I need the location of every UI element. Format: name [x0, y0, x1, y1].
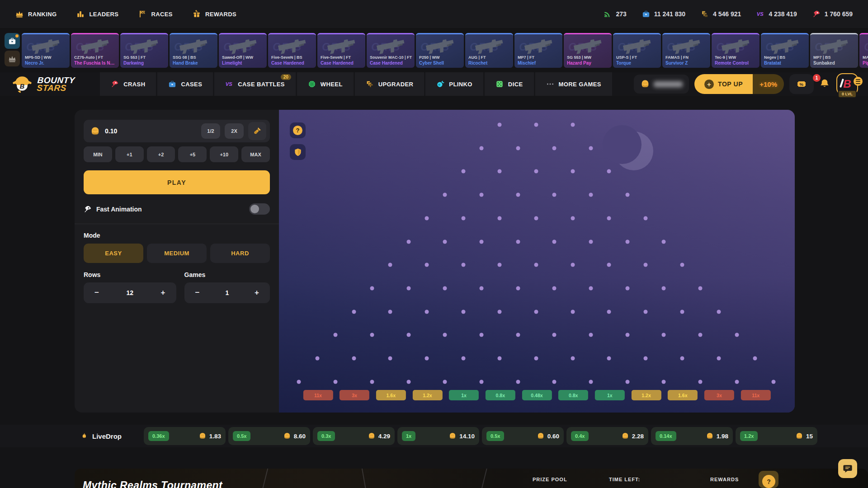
plinko-game: 0.10 1/2 2X MIN +1 +2 +5 +10	[75, 110, 795, 413]
weapon-skin: Case Hardened	[370, 61, 413, 66]
weapon-name: Tec-9 | WW	[715, 55, 758, 60]
half-bet-button[interactable]: 1/2	[201, 123, 220, 139]
topup-button[interactable]: + TOP UP +10%	[694, 74, 784, 94]
promo-ticket-button[interactable]: %	[789, 74, 814, 94]
notifications-button[interactable]: 1	[819, 78, 831, 90]
feed-filter-cases[interactable]	[5, 33, 20, 49]
drop-card[interactable]: CRIS AUG | FT Ricochet	[465, 33, 513, 68]
games-decrement[interactable]: −	[192, 288, 203, 297]
livedrop-item[interactable]: 1.2x 15	[736, 427, 817, 445]
mode-option[interactable]: EASY	[84, 244, 143, 263]
nav-item[interactable]: CASES	[157, 72, 213, 96]
drop-card[interactable]: CRIS Five-SeveN | FT Case Hardened	[317, 33, 365, 68]
rows-decrement[interactable]: −	[91, 288, 103, 297]
drop-card[interactable]: CRIS Sawed-Off | WW Limelight	[219, 33, 267, 68]
drop-card[interactable]: CRIS FAMAS | FN Survivor Z	[662, 33, 710, 68]
bet-panel: 0.10 1/2 2X MIN +1 +2 +5 +10	[75, 110, 279, 413]
stat-value: 273	[616, 10, 626, 18]
peg	[644, 216, 648, 220]
drop-card[interactable]: CRIS P250 | WW Cyber Shell	[416, 33, 464, 68]
feed-filter-best[interactable]	[5, 51, 20, 66]
fairness-button[interactable]	[290, 144, 306, 160]
tournament-info-button[interactable]: ?	[762, 475, 775, 488]
nav-item[interactable]: WHEEL	[297, 72, 354, 96]
drop-card[interactable]: CRIS SSG 08 | BS Hand Brake	[170, 33, 217, 68]
peg	[461, 357, 465, 361]
livedrop-item[interactable]: 0.3x 4.29	[313, 427, 395, 445]
top-link[interactable]: RACES	[138, 10, 173, 18]
livedrop-item[interactable]: 0.14x 1.98	[651, 427, 733, 445]
games-increment[interactable]: +	[251, 288, 263, 297]
drop-card[interactable]: CRIS Negev | BS Bratatat	[761, 33, 809, 68]
drop-card[interactable]: CRIS MAC-10 Pipsqueak	[859, 33, 868, 68]
weapon-skin: Limelight	[222, 61, 265, 66]
profile-menu[interactable]: B 0 LVL	[836, 73, 858, 95]
weapon-name: MAC-10	[863, 55, 868, 60]
livedrop-item[interactable]: 0.5x 8.60	[228, 427, 310, 445]
balance-pill[interactable]	[634, 75, 689, 94]
livedrop-item[interactable]: 0.4x 2.28	[566, 427, 648, 445]
quick-bet-button[interactable]: +1	[115, 146, 144, 162]
nav-item[interactable]: CRASH	[100, 72, 156, 96]
peg	[552, 286, 557, 290]
peg	[461, 216, 465, 220]
livedrop-item[interactable]: 0.36x 1.83	[144, 427, 226, 445]
drop-card[interactable]: CRIS USP-S | FT Torque	[613, 33, 661, 68]
weapon-skin: Mischief	[518, 61, 561, 66]
top-link-label: RACES	[151, 11, 173, 18]
rows-increment[interactable]: +	[157, 288, 169, 297]
case-icon	[168, 80, 176, 88]
nav-item[interactable]: PLINKO	[425, 72, 483, 96]
peg	[388, 310, 392, 314]
multiplier-bucket: 3x	[704, 390, 734, 400]
chat-button[interactable]	[838, 459, 857, 478]
drop-card[interactable]: CRIS Tec-9 | WW Remote Control	[712, 33, 760, 68]
quick-bet-button[interactable]: +2	[147, 146, 175, 162]
livedrop-item[interactable]: 0.5x 0.60	[482, 427, 564, 445]
clear-bet-button[interactable]	[248, 122, 266, 140]
nav-item[interactable]: MORE GAMES	[535, 72, 612, 96]
gift-icon	[193, 10, 201, 18]
weapon-name: P250 | WW	[419, 55, 462, 60]
weapon-name: SG 553 | MW	[567, 55, 610, 60]
mode-option[interactable]: HARD	[210, 244, 270, 263]
drop-card[interactable]: CRIS MP7 | BS Sunbaked	[810, 33, 858, 68]
weapon-name: CZ75-Auto | FT	[74, 55, 117, 60]
rocket-icon	[111, 80, 119, 88]
quick-bet-button[interactable]: +10	[210, 146, 238, 162]
top-link[interactable]: LEADERS	[76, 10, 118, 18]
peg	[498, 123, 502, 127]
double-bet-button[interactable]: 2X	[225, 123, 244, 139]
tournament-banner[interactable]: Mythic Realms Tournament PRIZE POOL TIME…	[75, 469, 868, 488]
drop-card[interactable]: CRIS MP7 | FT Mischief	[514, 33, 562, 68]
logo[interactable]: B BOUNTY STARS	[12, 74, 75, 94]
drop-card[interactable]: CRIS SG 553 | FT Darkwing	[120, 33, 168, 68]
plinko-icon	[436, 80, 444, 88]
nav-item[interactable]: VS CASE BATTLES 20	[214, 72, 296, 96]
dice-icon	[495, 80, 504, 88]
quick-bet-button[interactable]: MIN	[84, 146, 112, 162]
nav-item[interactable]: DICE	[485, 72, 534, 96]
quick-bet-button[interactable]: MAX	[241, 146, 270, 162]
top-link[interactable]: REWARDS	[193, 10, 236, 18]
drop-card[interactable]: CRIS Souvenir MAC-10 | FT Case Hardened	[367, 33, 415, 68]
bet-amount-input[interactable]: 0.10 1/2 2X	[84, 120, 270, 142]
drop-card[interactable]: CRIS SG 553 | MW Hazard Pay	[564, 33, 612, 68]
notification-dot	[15, 34, 19, 38]
peg	[625, 286, 629, 290]
drop-card[interactable]: CRIS Five-SeveN | BS Case Hardened	[268, 33, 316, 68]
drop-card[interactable]: CRIS MP5-SD | WW Necro Jr.	[22, 33, 70, 68]
mode-option[interactable]: MEDIUM	[147, 244, 207, 263]
top-link[interactable]: RANKING	[15, 10, 57, 18]
livedrop-item[interactable]: 1x 14.10	[397, 427, 479, 445]
drop-card[interactable]: CRIS CZ75-Auto | FT The Fuschia Is N…	[71, 33, 119, 68]
play-button[interactable]: PLAY	[84, 170, 270, 194]
livedrop-value: 1.83	[209, 433, 221, 440]
feed-filters	[5, 33, 20, 68]
weapon-name: USP-S | FT	[616, 55, 659, 60]
fast-animation-toggle[interactable]	[249, 203, 270, 215]
nav-item[interactable]: UPGRADER	[355, 72, 425, 96]
game-nav: CRASH CASES VS CASE BATTLES 20	[100, 72, 612, 96]
quick-bet-button[interactable]: +5	[178, 146, 207, 162]
help-button[interactable]: ?	[290, 122, 306, 138]
